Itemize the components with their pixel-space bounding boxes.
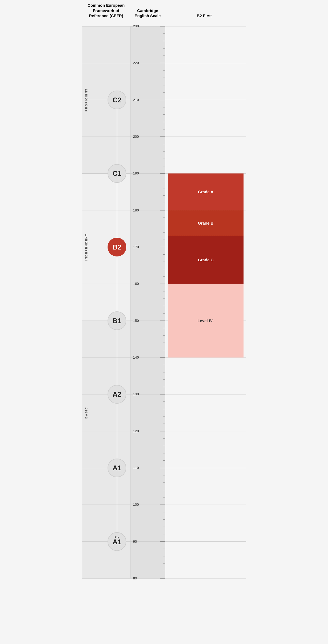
svg-text:Grade B: Grade B [198, 221, 213, 225]
svg-text:200: 200 [133, 135, 139, 139]
svg-text:C1: C1 [112, 169, 121, 177]
chart-wrapper: Common European Framework of Reference (… [82, 0, 246, 587]
header-row: Common European Framework of Reference (… [82, 0, 246, 21]
svg-text:A2: A2 [112, 390, 121, 398]
svg-text:140: 140 [133, 355, 139, 359]
svg-text:190: 190 [133, 171, 139, 175]
svg-text:160: 160 [133, 282, 139, 286]
header-ces: Cambridge English Scale [130, 5, 165, 18]
svg-text:80: 80 [133, 576, 137, 580]
svg-rect-2 [82, 321, 130, 505]
svg-text:B1: B1 [112, 317, 121, 325]
header-cefr: Common European Framework of Reference (… [82, 0, 130, 18]
main-chart: 8090100110120130140150160170180190200210… [82, 21, 246, 587]
svg-text:90: 90 [133, 539, 137, 543]
svg-text:Grade A: Grade A [198, 189, 213, 194]
svg-text:INDEPENDENT: INDEPENDENT [85, 233, 88, 260]
svg-rect-4 [130, 26, 165, 578]
chart-svg: 8090100110120130140150160170180190200210… [82, 21, 246, 586]
svg-text:100: 100 [133, 502, 139, 507]
svg-text:B2: B2 [112, 243, 121, 251]
svg-text:220: 220 [133, 61, 139, 65]
svg-text:180: 180 [133, 208, 139, 212]
svg-text:PROFICIENT: PROFICIENT [85, 88, 88, 111]
svg-text:210: 210 [133, 98, 139, 102]
svg-text:Level B1: Level B1 [197, 318, 214, 323]
svg-text:A1: A1 [112, 538, 121, 546]
svg-text:A1: A1 [112, 464, 121, 472]
svg-text:130: 130 [133, 392, 139, 396]
header-b2first: B2 First [165, 10, 246, 18]
svg-text:BASIC: BASIC [85, 407, 88, 418]
svg-text:Grade C: Grade C [198, 258, 213, 262]
svg-text:150: 150 [133, 318, 139, 322]
svg-text:C2: C2 [112, 96, 121, 104]
svg-text:170: 170 [133, 245, 139, 249]
svg-text:110: 110 [133, 466, 139, 470]
svg-text:230: 230 [133, 24, 139, 28]
svg-text:120: 120 [133, 429, 139, 433]
